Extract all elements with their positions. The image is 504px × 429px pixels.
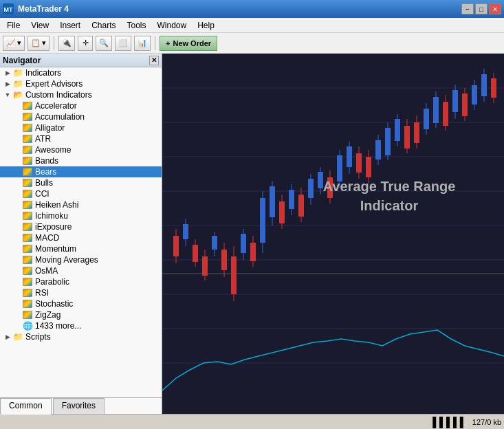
- svg-rect-14: [173, 236, 179, 256]
- tree-item-custom-indicators[interactable]: ▼ 📂 Custom Indicators: [0, 89, 162, 100]
- tree-item-bands[interactable]: Bands: [0, 155, 162, 166]
- app-icon: MT: [3, 3, 14, 14]
- new-order-label: New Order: [173, 39, 211, 47]
- menu-bar: File View Insert Charts Tools Window Hel…: [0, 18, 504, 33]
- svg-text:Indicator: Indicator: [360, 198, 419, 213]
- tree-item-atr[interactable]: ATR: [0, 133, 162, 144]
- svg-rect-76: [472, 85, 477, 104]
- toolbar-chart-type[interactable]: 📊: [134, 36, 151, 51]
- navigator-header: Navigator ✕: [0, 54, 162, 67]
- toolbar-new-chart[interactable]: 📈 ▾: [3, 36, 25, 51]
- tree-item-indicators[interactable]: ▶ 📁 Indicators: [0, 67, 162, 78]
- macd-label: MACD: [35, 233, 59, 243]
- tree-item-moving-averages[interactable]: Moving Averages: [0, 254, 162, 265]
- tree-item-scripts[interactable]: ▶ 📁 Scripts: [0, 331, 162, 342]
- osma-label: OsMA: [35, 266, 58, 276]
- svg-rect-54: [366, 157, 371, 177]
- menu-view[interactable]: View: [25, 19, 54, 32]
- menu-window[interactable]: Window: [152, 19, 193, 32]
- menu-insert[interactable]: Insert: [54, 19, 86, 32]
- tree-item-heiken-ashi[interactable]: Heiken Ashi: [0, 199, 162, 210]
- zoom-out-icon: ⬜: [118, 38, 128, 47]
- svg-rect-80: [491, 78, 496, 98]
- chart-svg: Average True Range Indicator: [162, 54, 504, 399]
- scripts-label: Scripts: [25, 332, 51, 342]
- tree-item-parabolic[interactable]: Parabolic: [0, 276, 162, 287]
- tree-item-rsi[interactable]: RSI: [0, 287, 162, 298]
- cci-icon: [22, 189, 33, 199]
- status-bar: ▌▌▌▌▌ 127/0 kb: [0, 414, 504, 429]
- svg-rect-70: [443, 102, 448, 126]
- tree-item-bears[interactable]: Bears: [0, 166, 162, 177]
- more-label: 1433 more...: [35, 321, 81, 331]
- heiken-ashi-label: Heiken Ashi: [35, 200, 78, 210]
- tree-item-awesome[interactable]: Awesome: [0, 144, 162, 155]
- menu-tools[interactable]: Tools: [122, 19, 152, 32]
- tree-item-macd[interactable]: MACD: [0, 232, 162, 243]
- tree-item-ichimoku[interactable]: Ichimoku: [0, 210, 162, 221]
- more-icon: 🌐: [22, 321, 33, 331]
- toolbar-templates[interactable]: 📋 ▾: [28, 36, 50, 51]
- menu-help[interactable]: Help: [192, 19, 220, 32]
- svg-rect-32: [260, 198, 265, 243]
- tab-favorites[interactable]: Favorites: [53, 398, 105, 414]
- tree-item-accumulation[interactable]: Accumulation: [0, 111, 162, 122]
- awesome-icon: [22, 145, 33, 155]
- osma-icon: [22, 266, 33, 276]
- svg-rect-62: [404, 126, 410, 148]
- toolbar-crosshair[interactable]: ✛: [78, 36, 93, 51]
- toolbar-connect[interactable]: 🔌: [58, 36, 75, 51]
- menu-file[interactable]: File: [1, 19, 25, 32]
- accelerator-label: Accelerator: [35, 101, 77, 111]
- moving-averages-icon: [22, 255, 33, 265]
- tree-item-alligator[interactable]: Alligator: [0, 122, 162, 133]
- tree-item-stochastic[interactable]: Stochastic: [0, 298, 162, 309]
- parabolic-icon: [22, 277, 33, 287]
- tree-item-accelerator[interactable]: Accelerator: [0, 100, 162, 111]
- tree-item-zigzag[interactable]: ZigZag: [0, 309, 162, 320]
- new-order-button[interactable]: + New Order: [160, 36, 217, 51]
- expand-indicators-icon: ▶: [3, 68, 12, 78]
- svg-rect-20: [202, 256, 208, 276]
- maximize-button[interactable]: □: [475, 3, 487, 14]
- toolbar-dropdown2-icon: ▾: [42, 38, 46, 47]
- bands-icon: [22, 156, 33, 166]
- svg-text:Average True Range: Average True Range: [323, 179, 456, 194]
- tree-item-osma[interactable]: OsMA: [0, 265, 162, 276]
- tree-item-cci[interactable]: CCI: [0, 188, 162, 199]
- navigator-tabs: Common Favorites: [0, 397, 162, 414]
- stochastic-icon: [22, 299, 33, 309]
- tree-item-bulls[interactable]: Bulls: [0, 177, 162, 188]
- menu-charts[interactable]: Charts: [86, 19, 121, 32]
- svg-rect-56: [375, 140, 381, 160]
- minimize-button[interactable]: −: [461, 3, 474, 14]
- toolbar-zoom-out[interactable]: ⬜: [115, 36, 131, 51]
- navigator-close-button[interactable]: ✕: [149, 56, 159, 65]
- awesome-label: Awesome: [35, 145, 71, 155]
- svg-rect-24: [221, 250, 227, 270]
- tree-item-more[interactable]: 🌐 1433 more...: [0, 320, 162, 331]
- bands-label: Bands: [35, 156, 58, 166]
- tree-item-expert-advisors[interactable]: ▶ 📁 Expert Advisors: [0, 78, 162, 89]
- tree-item-iexposure[interactable]: iExposure: [0, 221, 162, 232]
- atr-icon: [22, 134, 33, 144]
- rsi-icon: [22, 288, 33, 298]
- close-button[interactable]: ✕: [489, 3, 501, 14]
- toolbar-zoom-in[interactable]: 🔍: [96, 36, 112, 51]
- expand-scripts-icon: ▶: [3, 332, 12, 342]
- svg-rect-74: [462, 94, 468, 116]
- svg-rect-16: [183, 224, 188, 239]
- tab-common[interactable]: Common: [0, 398, 52, 415]
- new-order-icon: +: [166, 39, 170, 47]
- svg-rect-48: [337, 155, 342, 182]
- tree-item-momentum[interactable]: Momentum: [0, 243, 162, 254]
- atr-label: ATR: [35, 134, 51, 144]
- svg-rect-60: [395, 119, 400, 141]
- parabolic-label: Parabolic: [35, 277, 69, 287]
- main-layout: Navigator ✕ ▶ 📁 Indicators ▶ 📁 Expert Ad…: [0, 54, 504, 414]
- iexposure-label: iExposure: [35, 222, 72, 232]
- iexposure-icon: [22, 222, 33, 232]
- crosshair-icon: ✛: [83, 38, 89, 47]
- alligator-icon: [22, 123, 33, 133]
- custom-indicators-label: Custom Indicators: [25, 90, 92, 100]
